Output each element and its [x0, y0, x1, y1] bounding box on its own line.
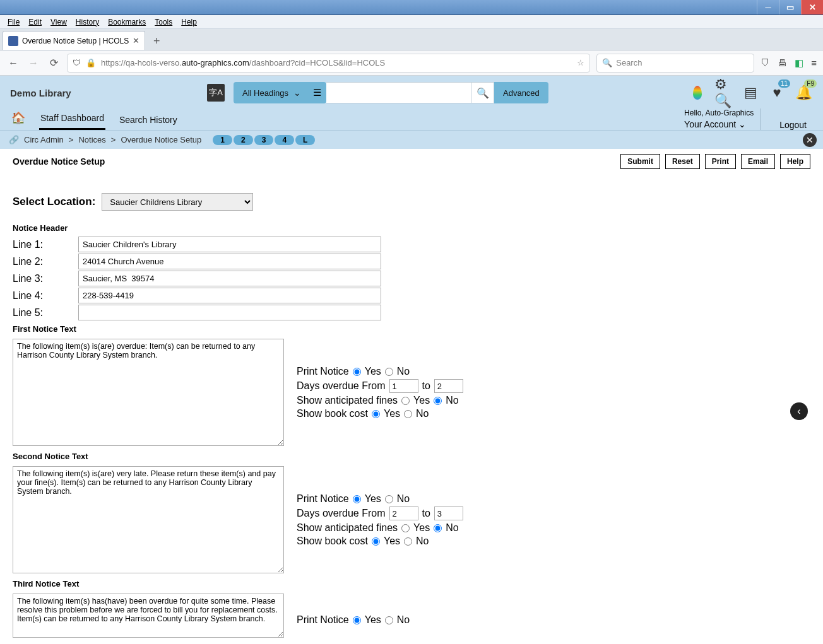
second-fines-yes[interactable] — [401, 524, 410, 532]
second-print-label: Print Notice — [297, 493, 349, 505]
translate-icon[interactable]: 字A — [207, 84, 225, 102]
first-days-to[interactable] — [434, 379, 463, 393]
line3-input[interactable] — [78, 271, 381, 286]
search-button[interactable]: 🔍 — [471, 82, 494, 103]
line2-label: Line 2: — [13, 256, 73, 267]
menu-edit[interactable]: Edit — [25, 16, 45, 28]
browser-search-field[interactable]: 🔍 Search — [596, 54, 754, 73]
first-print-yes[interactable] — [353, 368, 361, 376]
menu-view[interactable]: View — [47, 16, 71, 28]
first-notice-textarea[interactable] — [13, 339, 284, 446]
bell-icon[interactable]: 🔔F9 — [794, 83, 813, 102]
second-fines-no[interactable] — [434, 524, 442, 532]
account-block[interactable]: Hello, Auto-Graphics Your Account ⌄ — [684, 108, 761, 130]
crumb-3: Overdue Notice Setup — [121, 135, 201, 144]
browser-tab[interactable]: Overdue Notice Setup | HCOLS ✕ — [3, 31, 145, 50]
line2-input[interactable] — [78, 254, 381, 269]
nav-history[interactable]: Search History — [118, 110, 179, 130]
window-maximize[interactable]: ▭ — [779, 0, 801, 15]
side-collapse-icon[interactable]: ‹ — [790, 402, 808, 420]
step-l[interactable]: L — [295, 135, 315, 145]
balloon-icon[interactable] — [688, 83, 707, 102]
home-icon[interactable]: 🏠 — [10, 106, 27, 130]
first-fines-yes[interactable] — [401, 397, 410, 405]
print-icon[interactable]: 🖶 — [778, 57, 787, 69]
first-days-from[interactable] — [389, 379, 418, 393]
url-text: https://qa-hcols-verso.auto-graphics.com… — [101, 58, 385, 67]
step-3[interactable]: 3 — [254, 135, 274, 145]
browser-menu-bar: File Edit View History Bookmarks Tools H… — [0, 15, 823, 29]
nav-dashboard[interactable]: Staff Dashboard — [39, 108, 105, 130]
third-print-yes[interactable] — [353, 616, 361, 624]
third-print-no[interactable] — [385, 616, 393, 624]
line4-label: Line 4: — [13, 290, 73, 302]
line4-input[interactable] — [78, 288, 381, 303]
crumb-2[interactable]: Notices — [78, 135, 105, 144]
menu-bookmarks[interactable]: Bookmarks — [104, 16, 150, 28]
first-print-no[interactable] — [385, 368, 393, 376]
third-notice-textarea[interactable] — [13, 594, 284, 638]
search-placeholder: Search — [616, 58, 642, 67]
bookmark-star-icon[interactable]: ☆ — [577, 58, 584, 67]
menu-file[interactable]: File — [4, 16, 23, 28]
email-button[interactable]: Email — [741, 154, 775, 169]
main-search-input[interactable] — [326, 82, 471, 103]
headings-select[interactable]: All Headings — [234, 82, 307, 103]
second-notice-textarea[interactable] — [13, 466, 284, 573]
menu-tools[interactable]: Tools — [151, 16, 176, 28]
tab-close-icon[interactable]: ✕ — [133, 36, 139, 45]
location-select[interactable]: Saucier Childrens Library — [102, 193, 253, 211]
second-days-from[interactable] — [389, 506, 418, 520]
menu-help[interactable]: Help — [177, 16, 201, 28]
new-tab-button[interactable]: + — [148, 32, 165, 50]
your-account-link[interactable]: Your Account ⌄ — [684, 119, 754, 130]
close-icon[interactable]: ✕ — [803, 133, 817, 147]
line1-input[interactable] — [78, 237, 381, 252]
first-fines-no[interactable] — [434, 397, 442, 405]
content-scroll[interactable]: Select Location: Saucier Childrens Libra… — [0, 174, 823, 644]
extension-icon[interactable]: ◧ — [795, 57, 803, 69]
list-icon[interactable]: ▤ — [741, 83, 760, 102]
second-print-no[interactable] — [385, 495, 393, 503]
location-label: Select Location: — [13, 196, 95, 208]
tab-bar: Overdue Notice Setup | HCOLS ✕ + — [0, 29, 823, 50]
favicon-icon — [8, 36, 18, 46]
first-cost-yes[interactable] — [372, 410, 380, 418]
help-button[interactable]: Help — [780, 154, 810, 169]
print-button[interactable]: Print — [705, 154, 736, 169]
reset-button[interactable]: Reset — [665, 154, 700, 169]
search-icon: 🔍 — [602, 58, 612, 67]
url-field[interactable]: 🛡 🔒 https://qa-hcols-verso.auto-graphics… — [67, 54, 590, 73]
first-cost-no[interactable] — [404, 410, 412, 418]
magnify-gear-icon[interactable]: ⚙🔍 — [714, 83, 733, 102]
hamburger-icon[interactable]: ≡ — [811, 57, 817, 69]
window-minimize[interactable]: ─ — [757, 0, 779, 15]
second-print-yes[interactable] — [353, 495, 361, 503]
step-1[interactable]: 1 — [213, 135, 232, 145]
heart-icon[interactable]: ♥11 — [767, 83, 786, 102]
second-cost-no[interactable] — [404, 537, 412, 546]
second-cost-yes[interactable] — [372, 537, 380, 546]
step-2[interactable]: 2 — [234, 135, 253, 145]
bell-badge: F9 — [804, 79, 817, 88]
database-icon[interactable]: ☰ — [307, 82, 326, 103]
menu-history[interactable]: History — [72, 16, 103, 28]
pocket-icon[interactable]: ⛉ — [761, 57, 770, 69]
line5-input[interactable] — [78, 305, 381, 320]
second-days-to[interactable] — [434, 506, 463, 520]
line3-label: Line 3: — [13, 273, 73, 284]
step-4[interactable]: 4 — [275, 135, 294, 145]
crumb-1[interactable]: Circ Admin — [24, 135, 64, 144]
url-bar: ← → ⟳ 🛡 🔒 https://qa-hcols-verso.auto-gr… — [0, 50, 823, 76]
submit-button[interactable]: Submit — [620, 154, 660, 169]
advanced-button[interactable]: Advanced — [494, 82, 548, 103]
back-button[interactable]: ← — [6, 57, 20, 69]
forward-button[interactable]: → — [27, 57, 40, 69]
lock-icon: 🔒 — [86, 58, 96, 67]
first-notice-label: First Notice Text — [13, 324, 810, 334]
logout-link[interactable]: Logout — [773, 120, 813, 130]
window-close[interactable]: ✕ — [801, 0, 823, 15]
first-cost-label: Show book cost — [297, 408, 368, 419]
reload-button[interactable]: ⟳ — [47, 57, 61, 69]
shield-icon: 🛡 — [73, 58, 81, 67]
